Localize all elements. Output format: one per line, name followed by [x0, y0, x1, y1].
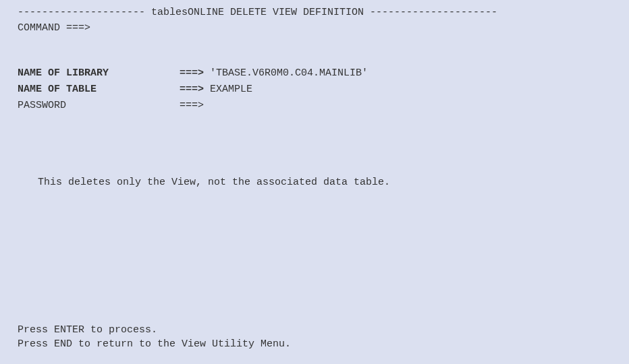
command-input[interactable]	[90, 22, 495, 34]
password-row: PASSWORD ===>	[18, 98, 611, 113]
table-arrow: ===>	[180, 82, 210, 96]
password-arrow: ===>	[180, 98, 204, 113]
command-label: COMMAND ===>	[18, 22, 90, 34]
library-label: NAME OF LIBRARY	[18, 66, 180, 80]
table-row: NAME OF TABLE ===>	[18, 82, 611, 96]
table-label: NAME OF TABLE	[18, 82, 180, 96]
command-line: COMMAND ===>	[18, 22, 611, 34]
password-label: PASSWORD	[18, 98, 180, 113]
info-text: This deletes only the View, not the asso…	[38, 177, 611, 188]
library-arrow: ===>	[180, 66, 210, 80]
library-input[interactable]	[210, 66, 480, 80]
ispf-panel: --------------------- tablesONLINE DELET…	[0, 7, 629, 351]
footer-line-2: Press END to return to the View Utility …	[18, 337, 611, 351]
panel-title: --------------------- tablesONLINE DELET…	[18, 7, 611, 18]
password-input[interactable]	[204, 98, 474, 113]
footer: Press ENTER to process. Press END to ret…	[18, 323, 611, 351]
library-row: NAME OF LIBRARY ===>	[18, 66, 611, 80]
table-input[interactable]	[210, 82, 480, 96]
footer-line-1: Press ENTER to process.	[18, 323, 611, 337]
